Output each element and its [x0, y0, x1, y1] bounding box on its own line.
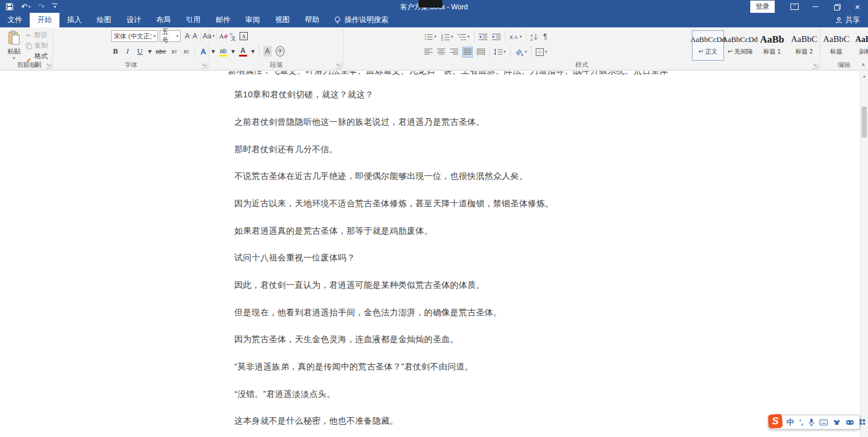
save-icon[interactable]: [6, 3, 13, 10]
strikethrough-button[interactable]: abc: [156, 46, 166, 57]
tab-help[interactable]: 帮助: [297, 13, 327, 27]
redo-button[interactable]: ↷: [38, 3, 44, 10]
paragraph: 不说荒古圣体在近古几乎绝迹，即便偶尔能够出现一位，也很快泯然众人矣。: [234, 171, 528, 182]
paragraph-group-label: 段落: [209, 61, 343, 69]
close-button[interactable]: ×: [847, 0, 868, 13]
bold-button[interactable]: B: [111, 46, 120, 57]
paragraph: 如果君逍遥真的是荒古圣体，那等于就是鸡肋废体。: [234, 225, 433, 237]
scroll-up-icon[interactable]: ▲: [860, 74, 868, 78]
copy-button[interactable]: 复制: [26, 41, 53, 50]
paragraph: “莫非逍遥族弟，真的是传闻中的荒古圣体？”君仗剑不由问道。: [234, 361, 473, 372]
paragraph: “没错。”君逍遥淡淡点头。: [234, 389, 335, 400]
font-dialog-launcher[interactable]: ⇘: [201, 63, 207, 69]
ime-game-icon[interactable]: [846, 420, 854, 425]
minimize-button[interactable]: [805, 0, 826, 13]
paste-button[interactable]: 粘贴 ▾: [3, 30, 24, 65]
font-size-dropdown-icon[interactable]: ▾: [174, 34, 178, 38]
ribbon: 粘贴 ▾ ✂剪切 复制 格式刷 剪贴板 ⇘ 宋体 (中文正文)▾ 五号▾ Aˆ …: [0, 27, 868, 71]
undo-button[interactable]: ↶▾: [21, 3, 30, 10]
font-name-dropdown-icon[interactable]: ▾: [152, 34, 156, 38]
style-heading2[interactable]: AaBbC标题 2: [788, 30, 820, 61]
tell-me-search[interactable]: 操作说明搜索: [327, 13, 395, 27]
ime-punctuation-button[interactable]: ’,: [799, 419, 803, 426]
paragraph: 那时君仗剑还有几分不信。: [234, 144, 338, 155]
clipboard-group: 粘贴 ▾ ✂剪切 复制 格式刷 剪贴板 ⇘: [0, 27, 53, 71]
paragraph: 试问十八祖会重视一位废体吗？: [234, 252, 355, 263]
document-canvas[interactable]: 新增属性：飞遁爻、叶落刀法圣拳、血炼遁爻、九龙归一诀、王者血脉、阵法、刀道指导、…: [0, 71, 860, 437]
quick-access-toolbar: ↶▾ ↷ ▾: [6, 0, 58, 13]
share-button[interactable]: 共享: [827, 13, 868, 27]
paragraph: 第10章和君仗剑切磋，就这？就这？: [234, 89, 374, 100]
paragraph: 之前君仗剑曾隐隐听他这一脉的族老说过，君逍遥乃是荒古圣体。: [234, 117, 484, 128]
scissors-icon: ✂: [26, 31, 31, 40]
tab-insert[interactable]: 插入: [59, 13, 89, 27]
style-no-spacing[interactable]: AaBbCcDd↵ 无间隔: [724, 30, 756, 61]
grow-font-button[interactable]: Aˆ: [185, 32, 191, 40]
paragraph-dialog-launcher[interactable]: ⇘: [335, 63, 341, 69]
paragraph-clipped: 新增属性：飞遁爻、叶落刀法圣拳、血炼遁爻、九龙归一诀、王者血脉、阵法、刀道指导、…: [228, 71, 668, 76]
ime-keyboard-icon[interactable]: [820, 420, 828, 425]
italic-button[interactable]: I: [124, 46, 132, 57]
lightbulb-icon: [334, 16, 341, 24]
shrink-font-button[interactable]: Aˇ: [192, 32, 198, 40]
restore-button[interactable]: [826, 0, 847, 13]
subscript-button[interactable]: x2: [170, 46, 178, 57]
superscript-button[interactable]: x2: [182, 46, 191, 57]
person-icon: [835, 17, 842, 24]
vertical-scrollbar[interactable]: ▲: [860, 71, 868, 437]
font-group: 宋体 (中文正文)▾ 五号▾ Aˆ Aˇ Aa▾ A x̌y文 A B I U▾…: [53, 27, 209, 71]
collapse-ribbon-icon[interactable]: ∧: [861, 62, 865, 68]
underline-dropdown-icon[interactable]: ▾: [148, 47, 152, 55]
paste-dropdown-icon[interactable]: ▾: [13, 56, 15, 61]
ribbon-display-options-button[interactable]: ⌃: [784, 0, 805, 13]
paragraph-group: ▾ 1.2.3. ▾ ▾ XA ▾ AZ ¶: [209, 27, 343, 71]
font-name-combo[interactable]: 宋体 (中文正文)▾: [111, 30, 158, 42]
tab-layout[interactable]: 布局: [149, 13, 178, 27]
paragraph: 但是现在，他看到君逍遥抬手间，金色法力澎湃，的确像是荒古圣体。: [234, 307, 502, 318]
titlebar-controls: 登录 ⌃ ×: [750, 0, 868, 13]
font-size-combo[interactable]: 五号▾: [160, 30, 181, 42]
sogou-logo-icon[interactable]: S: [768, 414, 783, 429]
style-heading1[interactable]: AaBb标题 1: [756, 30, 788, 61]
paragraph: 这本身就不是什么秘密，他也不准备隐藏。: [234, 415, 398, 427]
scrollbar-thumb[interactable]: [862, 107, 867, 138]
underline-button[interactable]: U: [136, 46, 144, 57]
paragraph: 因为近古以来，天地环境不适合荒古圣体修炼，甚至天降十道枷锁，禁锢圣体修炼。: [234, 198, 554, 209]
tab-home[interactable]: 开始: [30, 13, 59, 27]
cut-button[interactable]: ✂剪切: [26, 31, 53, 40]
sogou-ime-toolbar: S 中 ’,: [768, 415, 860, 429]
undo-dropdown-icon[interactable]: ▾: [29, 5, 31, 9]
text-effects-button[interactable]: A: [199, 46, 208, 57]
title-bar: ↶▾ ↷ ▾ 客户方案.docx - Word 登录 ⌃ ×: [0, 0, 868, 13]
styles-group-label: 样式: [343, 61, 820, 69]
font-group-label: 字体: [53, 61, 209, 69]
tab-draw[interactable]: 绘图: [89, 13, 119, 27]
tab-file[interactable]: 文件: [0, 13, 30, 27]
clipboard-dialog-launcher[interactable]: ⇘: [45, 63, 51, 69]
tab-design[interactable]: 设计: [119, 13, 149, 27]
mouse-cursor-artifact: [419, 0, 442, 8]
ime-chinese-mode-button[interactable]: 中: [786, 418, 794, 426]
ime-toolbox-icon[interactable]: [859, 419, 866, 425]
paragraph: 因此，君仗剑一直认为，君逍遥可能是某种类似荒古圣体的体质。: [234, 280, 484, 291]
qat-customize-button[interactable]: ▾: [52, 3, 58, 9]
ime-mic-icon[interactable]: [809, 418, 814, 426]
tab-view[interactable]: 视图: [268, 13, 297, 27]
tab-references[interactable]: 引用: [178, 13, 208, 27]
styles-dialog-launcher[interactable]: ⇘: [812, 63, 818, 69]
ribbon-tab-row: 文件 开始 插入 绘图 设计 布局 引用 邮件 审阅 视图 帮助 操作说明搜索 …: [0, 13, 868, 27]
paste-icon: [7, 30, 21, 45]
style-normal[interactable]: AaBbCcDd↵ 正文: [692, 30, 724, 61]
tab-mailings[interactable]: 邮件: [208, 13, 238, 27]
copy-icon: [26, 43, 32, 50]
styles-group: AaBbCcDd↵ 正文 AaBbCcDd↵ 无间隔 AaBb标题 1 AaBb…: [343, 27, 820, 71]
ime-skin-icon[interactable]: [833, 419, 841, 425]
paragraph: 因为荒古圣体，天生金色灵海，连血液都是金灿灿的圣血。: [234, 334, 459, 345]
tab-review[interactable]: 审阅: [238, 13, 268, 27]
signin-button[interactable]: 登录: [750, 1, 775, 13]
